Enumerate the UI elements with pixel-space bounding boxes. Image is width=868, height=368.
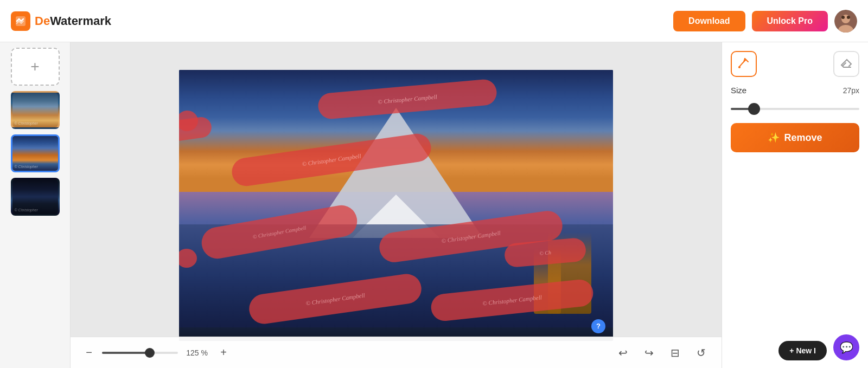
eraser-tool-button[interactable] [833, 51, 859, 77]
remove-button[interactable]: ✨ Remove [731, 123, 859, 152]
logo-text: DeWatermark [35, 14, 111, 28]
logo: DeWatermark [11, 11, 111, 31]
undo-icon: ↩ [618, 346, 628, 359]
tool-row [731, 51, 859, 77]
bottom-bar: − 125 % + ↩ ↪ ⊟ [71, 337, 722, 368]
logo-de: De [35, 14, 50, 28]
size-row: Size 27px [731, 86, 859, 95]
undo-button[interactable]: ↩ [613, 343, 633, 363]
zoom-slider-fill [102, 352, 151, 354]
compare-icon: ⊟ [671, 346, 680, 359]
zoom-minus-button[interactable]: − [81, 345, 97, 360]
image-canvas: © Christopher Campbell © Christopher Cam… [179, 70, 613, 341]
header: DeWatermark Download Unlock Pro [0, 0, 868, 42]
zoom-controls: − 125 % + [81, 345, 231, 360]
avatar[interactable] [834, 10, 857, 33]
chat-button[interactable]: 💬 [833, 334, 859, 360]
plus-icon: + [30, 58, 39, 75]
zoom-plus-button[interactable]: + [216, 345, 231, 360]
reset-icon: ↺ [697, 346, 706, 359]
sidebar: + © Christopher © Christopher © Christop… [0, 42, 71, 368]
unlock-pro-button[interactable]: Unlock Pro [752, 11, 828, 31]
main-layout: + © Christopher © Christopher © Christop… [0, 42, 868, 368]
size-slider-container[interactable] [731, 104, 859, 114]
size-value: 27px [843, 86, 859, 95]
compare-button[interactable]: ⊟ [665, 343, 685, 363]
logo-icon [11, 11, 30, 31]
plus-icon: + [220, 346, 227, 359]
svg-point-4 [841, 16, 845, 19]
logo-watermark-text: Watermark [50, 14, 111, 28]
brush-icon [737, 56, 750, 72]
redo-icon: ↪ [644, 346, 654, 359]
remove-label: Remove [784, 132, 822, 144]
size-label: Size [731, 86, 746, 95]
help-button[interactable]: ? [591, 319, 605, 333]
new-button[interactable]: + New I [778, 341, 827, 360]
question-mark: ? [596, 322, 601, 330]
right-panel: Size 27px ✨ Remove [722, 42, 868, 368]
new-label: + New I [789, 346, 816, 355]
thumbnail-3[interactable]: © Christopher [11, 178, 60, 216]
svg-point-5 [847, 16, 850, 19]
zoom-value: 125 % [183, 348, 210, 357]
action-buttons: ↩ ↪ ⊟ ↺ [613, 343, 711, 363]
svg-point-6 [738, 66, 741, 68]
chat-icon: 💬 [840, 341, 853, 354]
header-right: Download Unlock Pro [673, 10, 857, 33]
add-image-button[interactable]: + [11, 48, 60, 86]
zoom-slider[interactable] [102, 352, 178, 354]
thumbnail-1[interactable]: © Christopher [11, 91, 60, 129]
minus-icon: − [86, 346, 92, 359]
thumbnail-2[interactable]: © Christopher [11, 134, 60, 172]
reset-button[interactable]: ↺ [691, 343, 711, 363]
zoom-slider-thumb[interactable] [145, 348, 155, 358]
remove-icon: ✨ [768, 132, 780, 144]
size-slider-thumb[interactable] [748, 103, 760, 115]
brushstroke-dot2 [179, 249, 197, 268]
brush-tool-button[interactable] [731, 51, 757, 77]
download-button[interactable]: Download [673, 11, 745, 31]
eraser-icon [840, 56, 853, 72]
redo-button[interactable]: ↪ [639, 343, 659, 363]
canvas-area[interactable]: © Christopher Campbell © Christopher Cam… [71, 42, 722, 368]
